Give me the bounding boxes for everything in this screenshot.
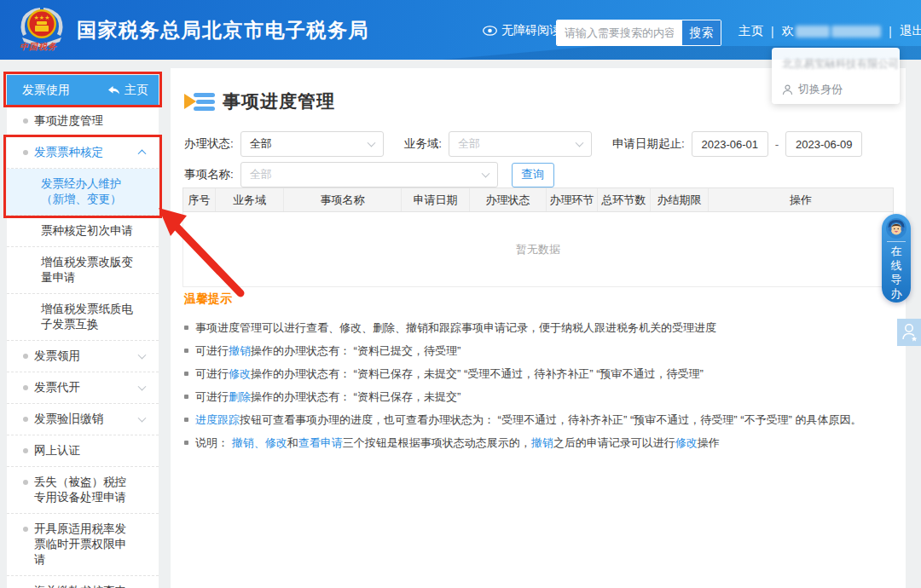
table-column-header: 申请日期 xyxy=(402,188,470,211)
sidebar-item[interactable]: 票种核定初次申请 xyxy=(7,216,159,247)
tip-keyword: 删除 xyxy=(229,390,251,403)
welcome-user[interactable]: 欢 xyxy=(782,23,882,39)
domain-select[interactable]: 全部 xyxy=(449,131,592,157)
chevron-down-icon xyxy=(481,170,489,178)
bullet-icon xyxy=(184,349,188,353)
bullet-icon xyxy=(184,395,188,399)
tip-item: 可进行删除操作的办理状态有： “资料已保存，未提交” xyxy=(184,389,892,404)
status-label: 办理状态: xyxy=(184,136,234,152)
sidebar-item[interactable]: 开具原适用税率发票临时开票权限申请 xyxy=(7,514,159,576)
tip-keyword: 修改 xyxy=(229,367,251,380)
tips-section: 温馨提示 事项进度管理可以进行查看、修改、删除、撤销和跟踪事项申请记录，便于纳税… xyxy=(184,291,892,458)
sidebar-item[interactable]: 发票票种核定 xyxy=(7,137,159,169)
tip-item: 可进行修改操作的办理状态有： “资料已保存，未提交” “受理不通过，待补齐补正”… xyxy=(184,366,892,381)
sidebar-header[interactable]: 发票使用 主页 xyxy=(7,75,159,106)
sidebar-item[interactable]: 发票领用 xyxy=(7,341,159,372)
date-separator: - xyxy=(775,138,779,151)
sidebar-item-label: 发票领用 xyxy=(34,349,80,362)
date-from-input[interactable] xyxy=(692,131,768,157)
online-guide-label: 在线导办 xyxy=(891,245,902,301)
tip-text: 操作的办理状态有： “资料已保存，未提交” “受理不通过，待补齐补正” “预审不… xyxy=(251,367,704,380)
tip-text: 之后的申请记录可以进行 xyxy=(553,436,675,449)
sidebar-item-label: 丢失（被盗）税控专用设备处理申请 xyxy=(34,476,126,504)
tip-text: 操作的办理状态有： “资料已保存，未提交” xyxy=(251,390,460,403)
divider xyxy=(887,241,906,242)
sidebar-item-label: 网上认证 xyxy=(34,444,80,457)
table-header-row: 序号业务域事项名称申请日期办理状态办理环节总环节数办结期限操作 xyxy=(182,187,894,212)
tip-text: 和 xyxy=(287,436,298,449)
tip-text: 说明： xyxy=(195,436,232,449)
sidebar-item-label: 开具原适用税率发票临时开票权限申请 xyxy=(34,522,126,566)
sidebar-item-label: 发票代开 xyxy=(34,381,80,394)
sidebar-home-link[interactable]: 主页 xyxy=(107,83,148,98)
user-dropdown: 北京易宝融科技有限公司 切换身份 xyxy=(772,48,900,104)
tip-text: 按钮可查看事项办理的进度，也可查看办理状态为： “受理不通过，待补齐补正” “预… xyxy=(240,413,861,426)
sidebar-title: 发票使用 xyxy=(22,83,70,98)
switch-identity-button[interactable]: 切换身份 xyxy=(772,76,900,103)
tip-keyword: 撤销、修改 xyxy=(232,436,287,449)
table-column-header: 办理环节 xyxy=(547,188,598,211)
logo-caption: 中国税务 xyxy=(11,41,66,53)
accessibility-link[interactable]: 无障碍阅读 xyxy=(483,23,561,38)
sidebar-item[interactable]: 海关缴款书核查申请 xyxy=(7,576,159,588)
page-title-row: 事项进度管理 xyxy=(182,89,335,114)
logout-link[interactable]: 退出 xyxy=(900,23,921,39)
status-select[interactable]: 全部 xyxy=(240,131,384,157)
filter-row-2: 事项名称: 全部 查询 xyxy=(184,162,554,187)
tips-title: 温馨提示 xyxy=(184,291,892,307)
online-guide-tab[interactable]: 在线导办 xyxy=(882,214,911,303)
back-arrow-icon xyxy=(107,85,120,95)
sidebar-item[interactable]: 增值税发票改版变量申请 xyxy=(7,247,159,294)
header-links: 主页 | 欢 | 退出 xyxy=(739,23,921,39)
tip-text: 可进行 xyxy=(195,367,229,380)
electronic-tax-bureau-page: ★★★ 中国税务 国家税务总局北京市电子税务局 无障碍阅读 搜索 主页 | 欢 … xyxy=(0,0,921,588)
table-column-header: 序号 xyxy=(183,188,216,211)
search-input[interactable] xyxy=(557,20,681,45)
table-column-header: 办理状态 xyxy=(470,188,547,211)
tip-item: 事项进度管理可以进行查看、修改、删除、撤销和跟踪事项申请记录，便于纳税人跟进税务… xyxy=(184,320,892,335)
home-link[interactable]: 主页 xyxy=(739,23,763,39)
table-empty-body: 暂无数据 xyxy=(182,212,894,287)
table-column-header: 总环节数 xyxy=(598,188,651,211)
header-search: 搜索 xyxy=(556,20,721,46)
profile-floating-button[interactable] xyxy=(897,319,921,346)
bullet-icon xyxy=(23,417,28,422)
tip-text: 可进行 xyxy=(195,390,229,403)
tip-text: 事项进度管理可以进行查看、修改、删除、撤销和跟踪事项申请记录，便于纳税人跟进税务… xyxy=(195,321,716,334)
sidebar-item[interactable]: 发票代开 xyxy=(7,372,159,404)
date-to-input[interactable] xyxy=(785,131,862,157)
tip-text: 三个按钮是根据事项状态动态展示的， xyxy=(343,436,531,449)
sidebar-item[interactable]: 丢失（被盗）税控专用设备处理申请 xyxy=(7,467,159,514)
table-column-header: 业务域 xyxy=(216,188,284,211)
page-title: 事项进度管理 xyxy=(223,89,335,113)
query-button[interactable]: 查询 xyxy=(512,163,554,187)
eye-icon xyxy=(483,26,497,36)
main-panel: 事项进度管理 办理状态: 全部 业务域: 全部 申请日期起止: - 事项名称: … xyxy=(171,68,906,588)
sidebar-item[interactable]: 增值税发票纸质电子发票互换 xyxy=(7,294,159,341)
table-column-header: 办结期限 xyxy=(651,188,709,211)
sidebar-item[interactable]: 发票经办人维护（新增、变更） xyxy=(7,169,159,216)
tip-keyword: 修改 xyxy=(675,436,698,449)
sidebar-item[interactable]: 事项进度管理 xyxy=(7,106,159,137)
bullet-icon xyxy=(184,326,188,330)
empty-state-text: 暂无数据 xyxy=(516,242,560,257)
sidebar-item[interactable]: 网上认证 xyxy=(7,435,159,467)
filter-row-1: 办理状态: 全部 业务域: 全部 申请日期起止: - xyxy=(184,131,862,157)
tip-keyword: 撤销 xyxy=(229,344,251,357)
tip-keyword: 查看申请 xyxy=(298,436,343,449)
sidebar-home-label: 主页 xyxy=(125,83,148,98)
separator: | xyxy=(771,25,774,38)
table-column-header: 操作 xyxy=(709,188,893,211)
tip-keyword: 进度跟踪 xyxy=(195,413,240,426)
tip-item: 进度跟踪按钮可查看事项办理的进度，也可查看办理状态为： “受理不通过，待补齐补正… xyxy=(184,412,892,427)
person-icon xyxy=(782,84,793,95)
item-name-select[interactable]: 全部 xyxy=(240,162,498,187)
bullet-icon xyxy=(184,441,188,445)
sidebar-item[interactable]: 发票验旧缴销 xyxy=(7,404,159,435)
bullet-icon xyxy=(23,385,28,390)
search-button[interactable]: 搜索 xyxy=(681,20,721,45)
sidebar-item-label: 海关缴款书核查申请 xyxy=(34,585,126,588)
bullet-icon xyxy=(23,150,28,155)
tip-text: 操作 xyxy=(698,436,720,449)
sidebar: 发票使用 主页 事项进度管理发票票种核定发票经办人维护（新增、变更）票种核定初次… xyxy=(7,75,159,588)
